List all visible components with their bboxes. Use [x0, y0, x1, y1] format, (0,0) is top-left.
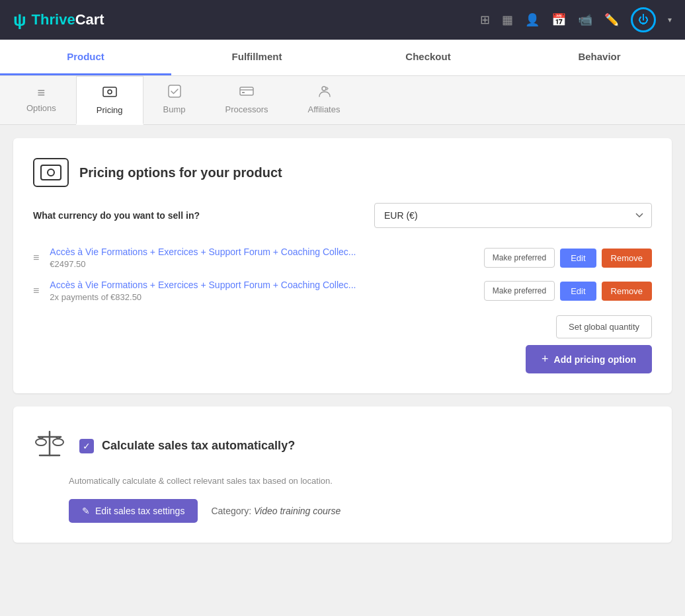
pricing-item-actions: Make preferred Edit Remove [484, 281, 652, 301]
tax-category: Category: Video training course [211, 506, 341, 516]
top-navigation: ψ ThriveCart ⊞ ▦ 👤 📅 📹 ✏️ ⏻ ▾ [0, 0, 685, 40]
pricing-item: ≡ Accès à Vie Formations + Exercices + S… [33, 280, 652, 302]
options-icon: ≡ [38, 85, 46, 100]
svg-rect-3 [240, 87, 253, 95]
video-icon[interactable]: 📹 [578, 13, 592, 27]
tax-footer: ✎ Edit sales tax settings Category: Vide… [69, 499, 652, 523]
tab-behavior[interactable]: Behavior [514, 40, 685, 75]
subtab-processors[interactable]: Processors [206, 76, 288, 124]
remove-pricing-button[interactable]: Remove [602, 249, 652, 268]
topnav-icons: ⊞ ▦ 👤 📅 📹 ✏️ ⏻ ▾ [480, 7, 672, 32]
currency-row: What currency do you want to sell in? EU… [33, 203, 652, 228]
dropdown-arrow-icon[interactable]: ▾ [668, 15, 672, 24]
pricing-item-name: Accès à Vie Formations + Exercices + Sup… [50, 280, 473, 290]
user-icon[interactable]: 👤 [525, 13, 540, 27]
bump-icon [167, 84, 182, 102]
currency-label: What currency do you want to sell in? [33, 210, 200, 221]
svg-rect-5 [242, 92, 245, 93]
tax-description: Automatically calculate & collect releva… [69, 476, 652, 486]
affiliates-icon [317, 84, 331, 102]
sub-tabbar: ≡ Options Pricing Bump Processo [0, 76, 685, 125]
power-icon: ⏻ [638, 14, 649, 26]
pricing-card-title: Pricing options for your product [79, 165, 282, 180]
drag-handle-icon[interactable]: ≡ [33, 252, 39, 264]
currency-select[interactable]: EUR (€) USD ($) GBP (£) CAD ($) AUD ($) [374, 203, 652, 228]
sales-tax-card: ✓ Calculate sales tax automatically? Aut… [13, 406, 672, 543]
svg-rect-0 [103, 87, 116, 96]
tab-checkout[interactable]: Checkout [342, 40, 514, 75]
tax-card-header: ✓ Calculate sales tax automatically? [33, 426, 652, 465]
pricing-item-info: Accès à Vie Formations + Exercices + Sup… [50, 247, 473, 269]
subtab-pricing[interactable]: Pricing [76, 76, 143, 125]
calendar-icon[interactable]: 📅 [551, 13, 566, 27]
make-preferred-button[interactable]: Make preferred [484, 248, 555, 268]
svg-point-12 [36, 439, 46, 445]
svg-rect-2 [169, 85, 181, 97]
tax-scales-icon [33, 426, 66, 465]
plus-icon: + [542, 352, 549, 366]
tab-product[interactable]: Product [0, 40, 171, 75]
svg-point-13 [53, 439, 63, 445]
remove-pricing-button[interactable]: Remove [602, 282, 652, 301]
main-content: Pricing options for your product What cu… [0, 125, 685, 556]
pricing-item-price: 2x payments of €832.50 [50, 292, 473, 302]
svg-point-6 [322, 87, 326, 91]
logo[interactable]: ψ ThriveCart [13, 10, 104, 30]
table-icon[interactable]: ▦ [502, 13, 513, 27]
tax-checkbox-row: ✓ Calculate sales tax automatically? [79, 439, 295, 453]
pricing-item-name: Accès à Vie Formations + Exercices + Sup… [50, 247, 473, 257]
tax-checkbox[interactable]: ✓ [79, 439, 94, 453]
make-preferred-button[interactable]: Make preferred [484, 281, 555, 301]
svg-rect-7 [41, 165, 61, 180]
grid-icon[interactable]: ⊞ [480, 13, 490, 27]
edit-icon: ✎ [82, 506, 90, 516]
main-tabbar: Product Fulfillment Checkout Behavior [0, 40, 685, 76]
tab-fulfillment[interactable]: Fulfillment [171, 40, 342, 75]
logo-text: ThriveCart [32, 11, 104, 28]
pricing-item: ≡ Accès à Vie Formations + Exercices + S… [33, 247, 652, 269]
drag-handle-icon[interactable]: ≡ [33, 285, 39, 297]
edit-pricing-button[interactable]: Edit [560, 282, 596, 301]
power-button[interactable]: ⏻ [631, 7, 656, 32]
pricing-bottom-actions: Set global quantity + Add pricing option [33, 315, 652, 373]
subtab-options[interactable]: ≡ Options [7, 76, 76, 124]
pricing-card: Pricing options for your product What cu… [13, 138, 672, 393]
subtab-bump[interactable]: Bump [143, 76, 206, 124]
edit-sales-tax-button[interactable]: ✎ Edit sales tax settings [69, 499, 198, 523]
pricing-card-header: Pricing options for your product [33, 158, 652, 187]
pricing-header-icon [33, 158, 69, 187]
add-pricing-option-button[interactable]: + Add pricing option [526, 345, 652, 373]
pricing-item-info: Accès à Vie Formations + Exercices + Sup… [50, 280, 473, 302]
set-global-quantity-button[interactable]: Set global quantity [556, 315, 652, 338]
pricing-item-actions: Make preferred Edit Remove [484, 248, 652, 268]
pricing-icon [102, 85, 117, 102]
edit-icon[interactable]: ✏️ [604, 13, 619, 27]
pricing-items-list: ≡ Accès à Vie Formations + Exercices + S… [33, 247, 652, 302]
pricing-item-price: €2497.50 [50, 259, 473, 269]
edit-pricing-button[interactable]: Edit [560, 249, 596, 268]
subtab-affiliates[interactable]: Affiliates [288, 76, 360, 124]
processors-icon [239, 84, 254, 102]
tax-card-title: Calculate sales tax automatically? [102, 439, 295, 453]
logo-icon: ψ [13, 10, 26, 30]
